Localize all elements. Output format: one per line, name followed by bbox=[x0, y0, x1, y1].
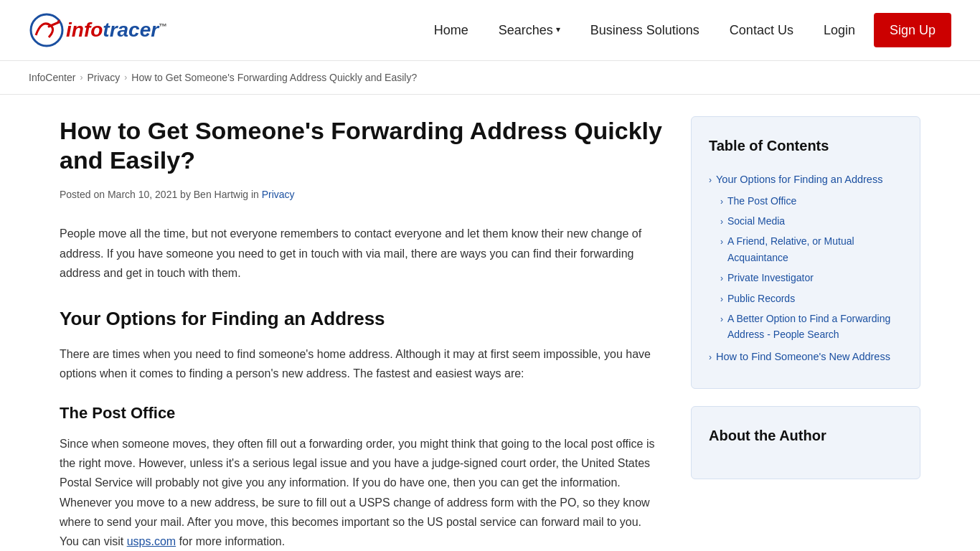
toc-link-public-records[interactable]: › Public Records bbox=[720, 291, 903, 306]
usps-link[interactable]: usps.com bbox=[127, 535, 176, 547]
article-meta: Posted on March 10, 2021 by Ben Hartwig … bbox=[60, 187, 662, 202]
nav-searches[interactable]: Searches ▾ bbox=[487, 14, 572, 47]
toc-item-post-office: › The Post Office bbox=[720, 193, 903, 209]
nav-home[interactable]: Home bbox=[423, 14, 480, 47]
svg-point-0 bbox=[31, 14, 62, 46]
toc-box: Table of Contents › Your Options for Fin… bbox=[691, 116, 920, 389]
breadcrumb-infocenter[interactable]: InfoCenter bbox=[29, 70, 75, 85]
toc-sub-chevron-icon-3: › bbox=[720, 235, 723, 249]
toc-item-friend: › A Friend, Relative, or Mutual Acquaint… bbox=[720, 233, 903, 265]
breadcrumb: InfoCenter › Privacy › How to Get Someon… bbox=[0, 61, 980, 95]
toc-title: Table of Contents bbox=[709, 134, 903, 157]
toc-link-private-inv[interactable]: › Private Investigator bbox=[720, 270, 903, 286]
article-section1-title: Your Options for Finding an Address bbox=[60, 304, 662, 334]
toc-link-social-media[interactable]: › Social Media bbox=[720, 213, 903, 229]
logo-tm: ™ bbox=[159, 21, 167, 31]
about-author-title: About the Author bbox=[709, 424, 903, 447]
toc-sub-chevron-icon-4: › bbox=[720, 272, 723, 286]
toc-chevron-icon: › bbox=[709, 174, 712, 187]
toc-item-how-find: › How to Find Someone's New Address bbox=[709, 349, 903, 365]
nav-business[interactable]: Business Solutions bbox=[579, 14, 711, 47]
breadcrumb-sep-2: › bbox=[124, 71, 127, 85]
about-author-box: About the Author bbox=[691, 406, 920, 479]
article-section1-body: There are times when you need to find so… bbox=[60, 344, 662, 383]
nav-contact[interactable]: Contact Us bbox=[718, 14, 805, 47]
toc-sub-chevron-icon-5: › bbox=[720, 293, 723, 306]
toc-item-people-search: › A Better Option to Find a Forwarding A… bbox=[720, 311, 903, 343]
toc-item-private-inv: › Private Investigator bbox=[720, 270, 903, 286]
sidebar: Table of Contents › Your Options for Fin… bbox=[691, 116, 920, 551]
logo-tracer-text: tracer bbox=[103, 19, 159, 41]
logo-info-text: info bbox=[66, 19, 103, 41]
breadcrumb-sep-1: › bbox=[80, 71, 83, 85]
breadcrumb-current: How to Get Someone's Forwarding Address … bbox=[131, 70, 417, 85]
toc-sub-chevron-icon-2: › bbox=[720, 215, 723, 229]
article-category-link[interactable]: Privacy bbox=[262, 189, 295, 200]
logo-icon bbox=[29, 12, 65, 48]
toc-sub-chevron-icon: › bbox=[720, 195, 723, 209]
article-body: People move all the time, but not everyo… bbox=[60, 224, 662, 551]
toc-chevron-icon-2: › bbox=[709, 351, 712, 364]
article-intro: People move all the time, but not everyo… bbox=[60, 224, 662, 283]
main-nav: Home Searches ▾ Business Solutions Conta… bbox=[423, 13, 951, 48]
toc-link-how-find[interactable]: › How to Find Someone's New Address bbox=[709, 349, 903, 365]
toc-sublist: › The Post Office › Social Media bbox=[709, 193, 903, 343]
toc-link-post-office[interactable]: › The Post Office bbox=[720, 193, 903, 209]
article: How to Get Someone's Forwarding Address … bbox=[60, 116, 662, 551]
article-section2-title: The Post Office bbox=[60, 400, 662, 425]
searches-chevron-icon: ▾ bbox=[556, 23, 560, 37]
toc-link-options[interactable]: › Your Options for Finding an Address bbox=[709, 171, 903, 188]
nav-login[interactable]: Login bbox=[812, 14, 867, 47]
toc-item-social-media: › Social Media bbox=[720, 213, 903, 229]
toc-link-friend[interactable]: › A Friend, Relative, or Mutual Acquaint… bbox=[720, 233, 903, 265]
toc-item-public-records: › Public Records bbox=[720, 291, 903, 306]
breadcrumb-privacy[interactable]: Privacy bbox=[87, 70, 120, 85]
toc-link-people-search[interactable]: › A Better Option to Find a Forwarding A… bbox=[720, 311, 903, 343]
main-container: How to Get Someone's Forwarding Address … bbox=[31, 95, 949, 551]
logo[interactable]: infotracer™ bbox=[29, 12, 167, 48]
article-section2-body: Since when someone moves, they often fil… bbox=[60, 434, 662, 551]
toc-item-0: › Your Options for Finding an Address › … bbox=[709, 171, 903, 342]
nav-signup[interactable]: Sign Up bbox=[874, 13, 951, 48]
article-title: How to Get Someone's Forwarding Address … bbox=[60, 116, 662, 175]
toc-sub-chevron-icon-6: › bbox=[720, 313, 723, 326]
toc-list: › Your Options for Finding an Address › … bbox=[709, 171, 903, 365]
site-header: infotracer™ Home Searches ▾ Business Sol… bbox=[0, 0, 980, 61]
